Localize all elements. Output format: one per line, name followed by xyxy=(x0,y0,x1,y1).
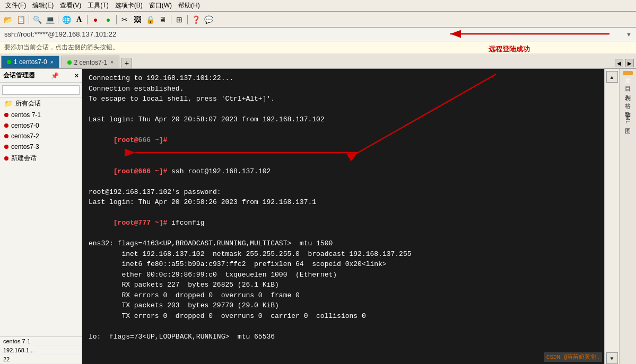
far-right-item-7[interactable]: ML图 xyxy=(623,113,633,126)
prompt-1: [root@666 ~]# xyxy=(114,136,167,144)
terminal-line-11: inet 192.168.137.102 netmask 255.255.255… xyxy=(89,249,598,260)
terminal-line-19: lo: flags=73<UP,LOOPBACK,RUNNING> mtu 65… xyxy=(89,332,598,342)
terminal-line-0: Connecting to 192.168.137.101:22... xyxy=(89,73,598,84)
terminal-line-1: Connection established. xyxy=(89,84,598,94)
sidebar-item-centos72[interactable]: centos7-2 xyxy=(0,131,82,141)
terminal-line-2: To escape to local shell, press 'Ctrl+Al… xyxy=(89,94,598,104)
sidebar-info-name: centos 7-1 xyxy=(0,337,82,346)
toolbar-copy[interactable]: 📋 xyxy=(15,14,27,25)
prompt-3: [root@777 ~]# xyxy=(114,219,167,227)
cmd-1: ssh root@192.168.137.102 xyxy=(167,167,271,175)
far-right-top-label[interactable]: 发 xyxy=(623,71,633,75)
terminal-line-5: [root@666 ~]# xyxy=(89,125,598,156)
session-name-2: centos7-2 xyxy=(11,132,39,140)
far-right-item-5[interactable]: 数学 xyxy=(623,105,633,109)
toolbar-sep1 xyxy=(29,15,29,24)
terminal-area[interactable]: Connecting to 192.168.137.101:22... Conn… xyxy=(82,69,604,364)
addressbar-dropdown[interactable]: ▼ xyxy=(626,31,632,38)
csdn-watermark: CSDN @苗苗奶黄包. xyxy=(544,352,602,362)
terminal-line-3 xyxy=(89,104,598,115)
sidebar-item-centos70[interactable]: centos7-0 xyxy=(0,120,82,131)
tab-add-btn[interactable]: + xyxy=(121,58,132,68)
terminal-line-18 xyxy=(89,321,598,332)
sidebar-header: 会话管理器 📌 × xyxy=(0,69,82,83)
folder-icon: 📁 xyxy=(4,100,13,108)
sidebar-search-area xyxy=(0,83,82,97)
far-right-item-0[interactable]: 目 xyxy=(623,79,633,84)
all-sessions-label: 所有会话 xyxy=(15,99,41,108)
far-right-panel: 发 目 列表 格 数学 ML图 xyxy=(619,69,636,364)
terminal-line-14: RX packets 227 bytes 26825 (26.1 KiB) xyxy=(89,280,598,290)
toolbar-green[interactable]: ● xyxy=(102,14,114,25)
terminal-line-10: ens32: flags=4163<UP,BROADCAST,RUNNING,M… xyxy=(89,238,598,249)
tab-centos7-1[interactable]: 2 centos7-1 × xyxy=(62,56,120,68)
sidebar-info-port: 22 xyxy=(0,355,82,364)
terminal-line-13: ether 00:0c:29:86:99:c0 txqueuelen 1000 … xyxy=(89,270,598,280)
terminal-line-12: inet6 fe80::a55:b99a:c937:ffc2 prefixlen… xyxy=(89,259,598,270)
menu-view[interactable]: 查看(V) xyxy=(57,0,84,11)
sidebar-item-new-session[interactable]: 新建会话 xyxy=(0,152,82,164)
session-dot-1 xyxy=(4,123,8,128)
scroll-up-btn[interactable]: ▲ xyxy=(606,71,618,83)
toolbar-chat[interactable]: 💬 xyxy=(203,14,214,25)
menu-edit[interactable]: 编辑(E) xyxy=(29,0,57,11)
tab-centos7-0[interactable]: 1 centos7-0 × xyxy=(1,56,59,68)
toolbar-terminal[interactable]: 💻 xyxy=(44,14,56,25)
address-text[interactable]: ssh://root:*****@192.168.137.101:22 xyxy=(4,30,614,38)
terminal-line-7: root@192.168.137.102's password: xyxy=(89,187,598,198)
terminal-line-6: [root@666 ~]# ssh root@192.168.137.102 xyxy=(89,156,598,187)
hintbar: 要添加当前会话，点击左侧的箭头按钮。 xyxy=(0,41,636,54)
toolbar-grid[interactable]: ⊞ xyxy=(173,14,185,25)
sidebar-close-icon[interactable]: × xyxy=(75,72,79,79)
toolbar: 📂 📋 🔍 💻 🌐 A ● ● ✂ 🖼 🔒 🖥 ⊞ ❓ 💬 xyxy=(0,12,636,28)
toolbar-sep6 xyxy=(187,15,188,24)
terminal-scrollbar-panel: ▲ ▼ xyxy=(604,69,619,364)
menu-window[interactable]: 窗口(W) xyxy=(146,0,175,11)
toolbar-sep4 xyxy=(116,15,117,24)
sidebar-info-ip: 192.168.1... xyxy=(0,346,82,355)
sidebar-all-sessions[interactable]: 📁 所有会话 xyxy=(0,97,82,110)
scroll-down-btn[interactable]: ▼ xyxy=(606,352,618,364)
toolbar-font[interactable]: A xyxy=(73,14,85,25)
toolbar-red[interactable]: ● xyxy=(90,14,101,25)
session-dot-2 xyxy=(4,134,8,138)
sidebar-bottom-label2: 192.168.1... xyxy=(3,347,34,353)
sidebar-search-input[interactable] xyxy=(2,85,80,95)
tab-close-0[interactable]: × xyxy=(50,59,54,65)
terminal-line-15: RX errors 0 dropped 0 overruns 0 frame 0 xyxy=(89,290,598,301)
remote-success-label: 远程登陆成功 xyxy=(489,45,530,54)
tab-dot-1 xyxy=(67,60,72,65)
toolbar-help[interactable]: ❓ xyxy=(190,14,202,25)
toolbar-scissors[interactable]: ✂ xyxy=(119,14,130,25)
sidebar-title: 会话管理器 xyxy=(3,71,35,80)
sidebar-item-centos73[interactable]: centos7-3 xyxy=(0,141,82,152)
toolbar-monitor[interactable]: 🖥 xyxy=(157,14,169,25)
tab-label-0: 1 centos7-0 xyxy=(14,58,47,66)
tab-nav-next[interactable]: ▶ xyxy=(625,59,634,67)
cmd-2: ifconfig xyxy=(167,219,204,227)
far-right-item-1[interactable]: 列表 xyxy=(623,88,633,92)
sidebar-pin-icon[interactable]: 📌 xyxy=(51,72,59,79)
toolbar-lock[interactable]: 🔒 xyxy=(144,14,156,25)
menubar: 文件(F) 编辑(E) 查看(V) 工具(T) 选项卡(B) 窗口(W) 帮助(… xyxy=(0,0,636,12)
toolbar-image[interactable]: 🖼 xyxy=(132,14,143,25)
sidebar-item-centos71[interactable]: centos 7-1 xyxy=(0,110,82,120)
session-name-0: centos 7-1 xyxy=(11,111,41,119)
session-manager-sidebar: 会话管理器 📌 × 📁 所有会话 centos 7-1 centos7-0 ce… xyxy=(0,69,82,364)
session-name-1: centos7-0 xyxy=(11,122,39,129)
toolbar-open[interactable]: 📂 xyxy=(2,14,14,25)
far-right-item-3[interactable]: 格 xyxy=(623,96,633,101)
tab-nav: ◀ ▶ xyxy=(615,59,636,68)
tab-close-1[interactable]: × xyxy=(110,59,114,65)
prompt-2: [root@666 ~]# xyxy=(114,167,167,175)
menu-help[interactable]: 帮助(H) xyxy=(175,0,203,11)
menu-file[interactable]: 文件(F) xyxy=(2,0,29,11)
toolbar-search[interactable]: 🔍 xyxy=(31,14,43,25)
menu-tabs[interactable]: 选项卡(B) xyxy=(112,0,146,11)
toolbar-sep3 xyxy=(87,15,88,24)
toolbar-sep5 xyxy=(171,15,171,24)
sidebar-bottom: centos 7-1 192.168.1... 22 xyxy=(0,336,82,364)
tab-nav-prev[interactable]: ◀ xyxy=(615,59,623,67)
menu-tools[interactable]: 工具(T) xyxy=(84,0,111,11)
toolbar-globe[interactable]: 🌐 xyxy=(60,14,72,25)
